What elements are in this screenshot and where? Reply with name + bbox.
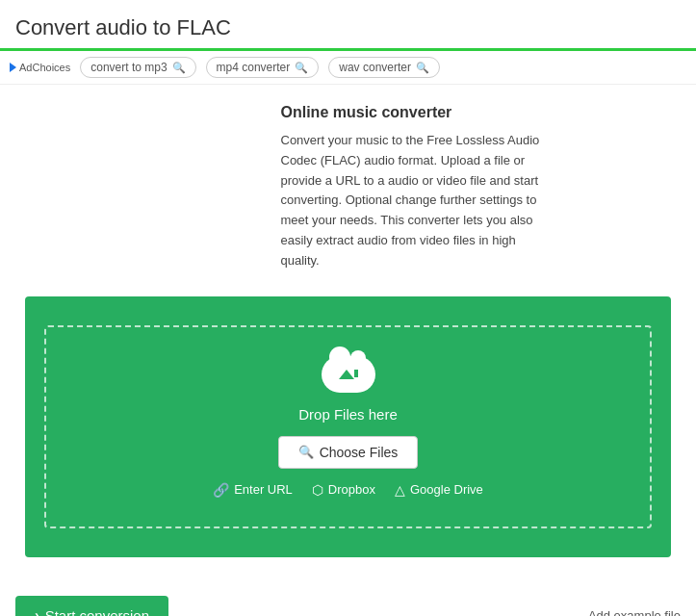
dropbox-link[interactable]: ⬡ Dropbox (312, 482, 375, 498)
ad-tag-mp4-converter[interactable]: mp4 converter 🔍 (206, 57, 320, 78)
search-icon: 🔍 (295, 62, 308, 74)
search-icon: 🔍 (298, 445, 314, 459)
ad-tag-label: convert to mp3 (90, 61, 167, 74)
start-conversion-label: Start conversion (45, 607, 149, 616)
main-content: Online music converter Convert your musi… (0, 85, 696, 577)
cloud-shape (322, 356, 375, 393)
extra-options: 🔗 Enter URL ⬡ Dropbox △ Google Drive (213, 482, 483, 498)
ad-choices-label: AdChoices (19, 62, 70, 73)
arrow-up (339, 370, 354, 379)
search-icon: 🔍 (416, 62, 429, 74)
ad-play-icon (10, 63, 16, 72)
upload-area-wrapper: Drop Files here 🔍 Choose Files 🔗 Enter U… (25, 296, 671, 557)
search-icon: 🔍 (172, 62, 186, 74)
ad-choices[interactable]: AdChoices (10, 62, 70, 73)
choose-files-button[interactable]: 🔍 Choose Files (278, 436, 419, 469)
ad-tag-wav-converter[interactable]: wav converter 🔍 (328, 57, 440, 78)
upload-dropzone[interactable]: Drop Files here 🔍 Choose Files 🔗 Enter U… (44, 325, 652, 528)
ad-bar: AdChoices convert to mp3 🔍 mp4 converter… (0, 51, 696, 85)
add-example-file-link[interactable]: Add example file (588, 608, 681, 616)
dropbox-label: Dropbox (328, 482, 375, 497)
google-drive-link[interactable]: △ Google Drive (395, 482, 483, 498)
ad-tag-label: mp4 converter (217, 61, 291, 74)
google-drive-icon: △ (395, 482, 405, 498)
ad-tag-label: wav converter (339, 61, 411, 74)
ad-tag-convert-mp3[interactable]: convert to mp3 🔍 (80, 57, 195, 78)
cloud-upload-icon (322, 356, 375, 393)
description-heading: Online music converter (281, 104, 551, 121)
drop-files-text: Drop Files here (298, 406, 398, 423)
choose-files-label: Choose Files (320, 445, 399, 460)
enter-url-link[interactable]: 🔗 Enter URL (213, 482, 293, 498)
bottom-bar: › Start conversion Add example file (0, 580, 696, 616)
page-header: Convert audio to FLAC (0, 0, 696, 51)
start-conversion-button[interactable]: › Start conversion (15, 596, 168, 616)
link-icon: 🔗 (213, 482, 229, 498)
page-title: Convert audio to FLAC (15, 15, 681, 40)
description-body: Convert your music to the Free Lossless … (281, 131, 551, 271)
chevron-right-icon: › (35, 607, 39, 616)
dropbox-icon: ⬡ (312, 482, 323, 498)
converter-description: Online music converter Convert your musi… (146, 104, 551, 271)
enter-url-label: Enter URL (234, 482, 293, 497)
arrow-stem (354, 370, 358, 377)
google-drive-label: Google Drive (410, 482, 483, 497)
